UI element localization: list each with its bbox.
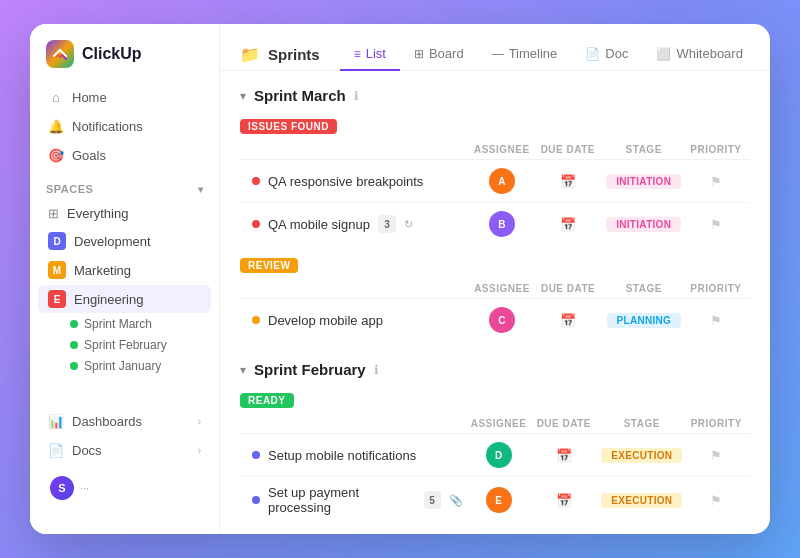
spaces-label: Spaces: [46, 183, 93, 195]
spaces-chevron: ▾: [198, 184, 204, 195]
due-date-cell: 📅: [535, 493, 594, 508]
sidebar-item-engineering[interactable]: E Engineering: [38, 285, 211, 313]
assignee-cell: B: [473, 211, 530, 237]
tab-whiteboard[interactable]: ⬜ Whiteboard: [642, 38, 756, 71]
sidebar-item-docs-label: Docs: [72, 443, 102, 458]
sidebar-item-marketing[interactable]: M Marketing: [38, 256, 211, 284]
priority-icon: ⚑: [710, 217, 722, 232]
sidebar-item-marketing-label: Marketing: [74, 263, 131, 278]
review-badge: REVIEW: [240, 258, 298, 273]
sidebar-sprint-march[interactable]: Sprint March: [62, 314, 203, 334]
tab-whiteboard-label: Whiteboard: [676, 46, 742, 61]
issues-found-group: ISSUES FOUND ASSIGNEE DUE DATE STAGE PRI…: [240, 116, 750, 245]
task-color-dot: [252, 496, 260, 504]
avatar: D: [486, 442, 512, 468]
docs-icon: 📄: [48, 443, 64, 458]
sidebar-item-engineering-label: Engineering: [74, 292, 143, 307]
app-window: ClickUp ⌂ Home 🔔 Notifications 🎯 Goals S…: [30, 24, 770, 534]
task-name[interactable]: QA mobile signup: [268, 217, 370, 232]
avatar: E: [486, 487, 512, 513]
sidebar-item-everything-label: Everything: [67, 206, 128, 221]
dashboards-chevron: ›: [198, 416, 201, 427]
col-name-header: [240, 414, 471, 434]
col-stage-header: STAGE: [606, 140, 690, 160]
due-date-cell: 📅: [538, 174, 597, 189]
sprint-march-toggle[interactable]: ▾: [240, 89, 246, 103]
user-dots: ···: [80, 482, 89, 494]
col-stage-header: STAGE: [601, 414, 690, 434]
issues-found-badge: ISSUES FOUND: [240, 119, 337, 134]
sprint-february-toggle[interactable]: ▾: [240, 363, 246, 377]
sprint-february-info-icon[interactable]: ℹ: [374, 363, 379, 377]
sidebar-item-dashboards[interactable]: 📊 Dashboards ›: [38, 408, 211, 435]
whiteboard-tab-icon: ⬜: [656, 47, 671, 61]
calendar-icon: 📅: [560, 174, 576, 189]
priority-icon: ⚑: [710, 313, 722, 328]
task-name-cell: Set up payment processing 5 📎: [240, 485, 463, 515]
sidebar-item-home[interactable]: ⌂ Home: [38, 84, 211, 111]
bell-icon: 🔔: [48, 119, 64, 134]
docs-chevron: ›: [198, 445, 201, 456]
sprint-march-section: ▾ Sprint March ℹ ISSUES FOUND ASSIGNEE D…: [240, 87, 750, 341]
dashboards-icon: 📊: [48, 414, 64, 429]
task-name[interactable]: Set up payment processing: [268, 485, 416, 515]
spaces-list: ⊞ Everything D Development M Marketing E…: [30, 201, 219, 377]
task-count-badge: 3: [378, 215, 396, 233]
task-name[interactable]: Develop mobile app: [268, 313, 383, 328]
sidebar-item-notifications[interactable]: 🔔 Notifications: [38, 113, 211, 140]
col-duedate-header: DUE DATE: [538, 140, 605, 160]
tab-timeline[interactable]: — Timeline: [478, 38, 572, 71]
attachment-icon[interactable]: 📎: [449, 494, 463, 507]
sprint-march-title: Sprint March: [254, 87, 346, 104]
col-stage-header: STAGE: [606, 279, 690, 299]
task-name[interactable]: QA responsive breakpoints: [268, 174, 423, 189]
sidebar-item-home-label: Home: [72, 90, 107, 105]
sprint-dot: [70, 362, 78, 370]
sidebar-item-everything[interactable]: ⊞ Everything: [38, 201, 211, 226]
sprint-dot: [70, 341, 78, 349]
marketing-badge: M: [48, 261, 66, 279]
user-avatar-group[interactable]: S ···: [38, 466, 211, 510]
header-title-text: Sprints: [268, 46, 320, 63]
sprint-march-info-icon[interactable]: ℹ: [354, 89, 359, 103]
sprint-february-title: Sprint February: [254, 361, 366, 378]
sidebar-item-goals[interactable]: 🎯 Goals: [38, 142, 211, 169]
col-duedate-header: DUE DATE: [538, 279, 605, 299]
sprint-february-header: ▾ Sprint February ℹ: [240, 361, 750, 378]
review-table-header: ASSIGNEE DUE DATE STAGE PRIORITY: [240, 279, 750, 299]
ready-table-header: ASSIGNEE DUE DATE STAGE PRIORITY: [240, 414, 750, 434]
priority-icon: ⚑: [710, 448, 722, 463]
priority-icon: ⚑: [710, 493, 722, 508]
refresh-icon[interactable]: ↻: [404, 218, 413, 231]
table-row: Set up payment processing 5 📎 E: [240, 477, 750, 524]
sprint-march-review-table: ASSIGNEE DUE DATE STAGE PRIORITY Develop…: [240, 279, 750, 341]
nav-tabs: ≡ List ⊞ Board — Timeline 📄 Doc ⬜ Whi: [340, 38, 757, 70]
task-name[interactable]: Setup mobile notifications: [268, 448, 416, 463]
priority-icon: ⚑: [710, 174, 722, 189]
tab-timeline-label: Timeline: [509, 46, 558, 61]
sidebar-sprint-january[interactable]: Sprint January: [62, 356, 203, 376]
calendar-icon: 📅: [556, 493, 572, 508]
calendar-icon: 📅: [560, 313, 576, 328]
sidebar-sprint-february-label: Sprint February: [84, 338, 167, 352]
sidebar-item-development[interactable]: D Development: [38, 227, 211, 255]
tab-board[interactable]: ⊞ Board: [400, 38, 478, 71]
sidebar-nav: ⌂ Home 🔔 Notifications 🎯 Goals: [30, 84, 219, 171]
tab-list[interactable]: ≡ List: [340, 38, 400, 71]
col-duedate-header: DUE DATE: [535, 414, 602, 434]
list-tab-icon: ≡: [354, 47, 361, 61]
assignee-cell: A: [473, 168, 530, 194]
tab-doc[interactable]: 📄 Doc: [571, 38, 642, 71]
sidebar-sprint-february[interactable]: Sprint February: [62, 335, 203, 355]
table-row: QA mobile signup 3 ↻ B: [240, 203, 750, 246]
table-row: QA responsive breakpoints A 📅: [240, 160, 750, 203]
sidebar-item-dashboards-label: Dashboards: [72, 414, 142, 429]
engineering-badge: E: [48, 290, 66, 308]
due-date-cell: 📅: [535, 448, 594, 463]
col-priority-header: PRIORITY: [690, 279, 750, 299]
sidebar-item-docs[interactable]: 📄 Docs ›: [38, 437, 211, 464]
col-priority-header: PRIORITY: [690, 140, 750, 160]
col-assignee-header: ASSIGNEE: [471, 414, 535, 434]
task-name-cell: QA responsive breakpoints: [240, 174, 465, 189]
sidebar: ClickUp ⌂ Home 🔔 Notifications 🎯 Goals S…: [30, 24, 220, 534]
